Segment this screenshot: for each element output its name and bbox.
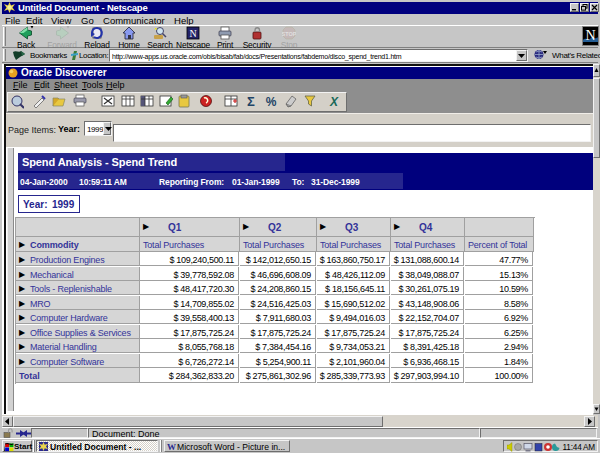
svg-text:%: % <box>266 95 277 109</box>
svg-text:Σ: Σ <box>247 94 255 109</box>
svg-text:N: N <box>585 28 595 43</box>
svg-text:N: N <box>189 28 196 39</box>
svg-text:X: X <box>329 95 339 109</box>
svg-text:STOP: STOP <box>282 31 296 37</box>
